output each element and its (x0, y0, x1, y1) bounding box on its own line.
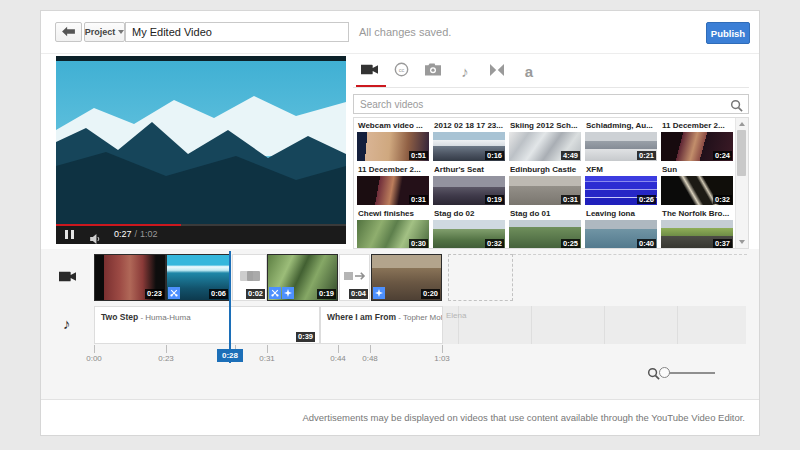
slide-transition-icon (342, 268, 368, 288)
tab-audio[interactable]: ♪ (453, 59, 477, 83)
library-video[interactable]: Schladming, Au...0:21 (583, 119, 659, 163)
ruler-tick-label: 0:44 (325, 354, 351, 363)
timeline-video-clip[interactable]: 0:19 (267, 254, 338, 301)
library-video[interactable]: Arthur's Seat0:19 (431, 163, 507, 207)
back-button[interactable] (55, 22, 82, 42)
playhead-time-badge[interactable]: 0:28 (217, 349, 243, 362)
timeline-dashed-guide (513, 254, 747, 256)
timeline-audio-clip[interactable]: Where I am From - Topher Mohr and Alex E… (320, 306, 443, 344)
timeline: ♪ 0:230:060:020:190:040:20Two Step - Hum… (41, 249, 759, 399)
audio-clip-label: Where I am From - Topher Mohr and Alex E… (321, 307, 442, 322)
video-duration: 0:21 (637, 151, 656, 160)
video-title: 2012 02 18 17 23... (431, 119, 507, 131)
video-duration: 0:32 (485, 239, 504, 248)
video-title: Schladming, Au... (583, 119, 659, 131)
library-video[interactable]: Skiing 2012 Sch...4:49 (507, 119, 583, 163)
timeline-drop-placeholder[interactable] (448, 254, 513, 301)
video-thumbnail: 0:26 (585, 176, 657, 205)
scroll-up-icon[interactable] (739, 122, 745, 126)
player-progress-bar[interactable] (56, 224, 346, 226)
pause-button[interactable] (65, 230, 74, 239)
effects-badge-icon[interactable] (373, 287, 385, 299)
back-arrow-icon (61, 23, 76, 41)
video-grid-cells: Webcam video ...0:512012 02 18 17 23...0… (355, 119, 735, 249)
grid-scrollbar[interactable] (735, 118, 748, 248)
video-thumbnail: 0:32 (433, 220, 505, 249)
cc-icon: cc (394, 62, 409, 81)
clip-duration: 0:23 (145, 289, 164, 299)
text-a-icon: a (525, 64, 533, 79)
video-duration: 0:16 (485, 151, 504, 160)
video-frame[interactable] (56, 56, 346, 224)
transition-bowtie-icon (489, 62, 505, 80)
tab-creative-commons[interactable]: cc (389, 59, 413, 83)
scrollbar-thumb[interactable] (737, 130, 746, 176)
library-video[interactable]: XFM0:26 (583, 163, 659, 207)
library-video[interactable]: Webcam video ...0:51 (355, 119, 431, 163)
library-tabs: cc♪a (353, 59, 749, 85)
player-controls: 0:27 / 1:02 (56, 224, 346, 244)
project-menu-button[interactable]: Project (84, 22, 125, 42)
publish-button[interactable]: Publish (706, 22, 750, 44)
tab-videos[interactable] (357, 59, 381, 83)
video-title: Sun (659, 163, 735, 175)
scissors-badge-icon[interactable] (269, 287, 281, 299)
video-thumbnail: 0:24 (661, 132, 733, 161)
library-video[interactable]: The Norfolk Bro...0:37 (659, 207, 735, 249)
library-video[interactable]: Sun0:32 (659, 163, 735, 207)
svg-text:cc: cc (398, 66, 404, 72)
video-thumbnail: 0:25 (509, 220, 581, 249)
ruler-tick-label: 0:00 (81, 354, 107, 363)
scroll-down-icon[interactable] (739, 240, 745, 244)
library-video[interactable]: Leaving Iona0:40 (583, 207, 659, 249)
library-video[interactable]: Stag do 010:25 (507, 207, 583, 249)
library-video[interactable]: 2012 02 18 17 23...0:16 (431, 119, 507, 163)
video-title: XFM (583, 163, 659, 175)
video-title: Leaving Iona (583, 207, 659, 219)
timeline-zoom-slider-handle[interactable] (659, 367, 670, 378)
audio-clip-label: Two Step - Huma-Huma (95, 307, 319, 322)
video-duration: 0:19 (485, 195, 504, 204)
tab-text[interactable]: a (517, 59, 541, 83)
timeline-video-clip[interactable]: 0:20 (371, 254, 442, 301)
effects-badge-icon[interactable] (282, 287, 294, 299)
player-time: 0:27 / 1:02 (114, 224, 158, 244)
video-duration: 0:31 (409, 195, 428, 204)
ruler-tick (442, 345, 443, 353)
audio-clip-duration: 0:39 (296, 332, 315, 342)
search-input[interactable] (354, 95, 740, 113)
project-menu-label: Project (85, 27, 116, 37)
library-video[interactable]: Chewi finishes0:30 (355, 207, 431, 249)
video-duration: 0:51 (409, 151, 428, 160)
video-title: Chewi finishes (355, 207, 431, 219)
video-duration: 0:26 (637, 195, 656, 204)
library-video[interactable]: 11 December 2...0:31 (355, 163, 431, 207)
video-thumbnail: 0:51 (357, 132, 429, 161)
timeline-video-clip[interactable]: 0:06 (166, 254, 230, 301)
video-player: 0:27 / 1:02 (56, 56, 346, 244)
library-video[interactable]: Stag do 020:32 (431, 207, 507, 249)
playhead-line[interactable] (229, 251, 231, 363)
timeline-audio-clip[interactable]: Two Step - Huma-Huma (94, 306, 320, 344)
video-duration: 0:24 (713, 151, 732, 160)
timeline-transition-clip[interactable]: 0:04 (339, 254, 370, 301)
audio-clip-label-overflow: Elena (446, 311, 466, 320)
search-icon[interactable] (730, 98, 743, 116)
timeline-video-clip[interactable]: 0:23 (94, 254, 166, 301)
video-duration: 4:49 (561, 151, 580, 160)
library-video[interactable]: 11 December 2...0:24 (659, 119, 735, 163)
ruler-tick (338, 345, 339, 353)
video-thumbnail: 0:37 (661, 220, 733, 249)
timeline-zoom-slider-track[interactable] (667, 372, 715, 374)
volume-icon[interactable] (90, 230, 102, 248)
video-duration: 0:37 (713, 239, 732, 248)
library-video[interactable]: Edinburgh Castle0:31 (507, 163, 583, 207)
tab-transitions[interactable] (485, 59, 509, 83)
project-title-input[interactable] (125, 22, 349, 42)
tab-photos[interactable] (421, 59, 445, 83)
video-duration: 0:40 (637, 239, 656, 248)
timeline-transition-clip[interactable]: 0:02 (232, 254, 267, 301)
clip-badges (373, 287, 385, 299)
clip-badges (269, 287, 294, 299)
scissors-badge-icon[interactable] (168, 287, 180, 299)
